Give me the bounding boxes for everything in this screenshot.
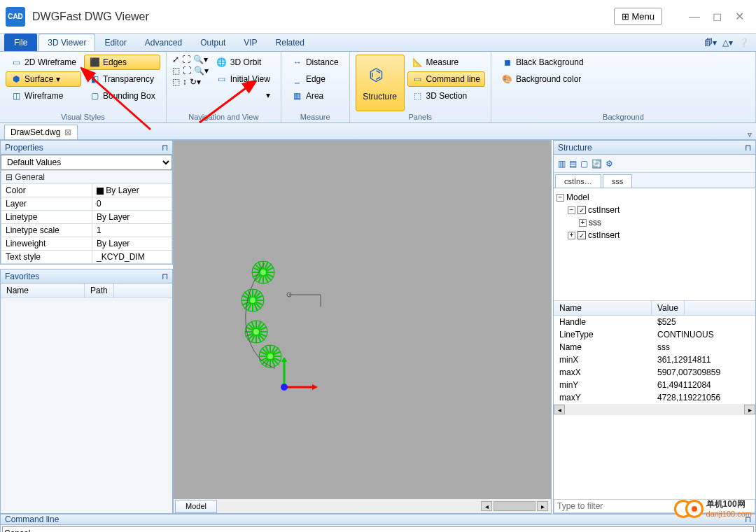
property-row[interactable]: LineweightBy Layer bbox=[1, 237, 172, 251]
document-tab[interactable]: DrawSet.dwg ⊠ bbox=[4, 125, 78, 139]
commandline-title: Command line bbox=[5, 514, 59, 524]
property-row[interactable]: Linetype scale1 bbox=[1, 224, 172, 237]
nav-icon-1[interactable]: ⤢ bbox=[172, 55, 179, 64]
tab-advanced[interactable]: Advanced bbox=[136, 34, 191, 51]
table-row[interactable]: minX361,12914811 bbox=[554, 354, 755, 366]
tab-vip[interactable]: VIP bbox=[234, 34, 266, 51]
tab-editor[interactable]: Editor bbox=[95, 34, 135, 51]
table-row[interactable]: Namesss bbox=[554, 341, 755, 354]
nav-icon-2[interactable]: ⛶ bbox=[182, 55, 190, 64]
view-dropdown-button[interactable]: ▾ bbox=[211, 88, 275, 102]
edge-button[interactable]: ⎯Edge bbox=[287, 71, 344, 87]
structure-tree[interactable]: − Model − ✓ cstInsert + sss + ✓ cstInser… bbox=[554, 188, 755, 300]
table-row[interactable]: maxY4728,119221056 bbox=[554, 391, 755, 404]
property-group[interactable]: ⊟ General bbox=[1, 171, 172, 184]
property-row[interactable]: Color By Layer bbox=[1, 184, 172, 197]
expand-icon[interactable]: − bbox=[556, 194, 564, 202]
col-name[interactable]: Name bbox=[554, 301, 652, 315]
layout2-icon[interactable]: ▤ bbox=[569, 159, 577, 169]
scroll-left-button[interactable]: ◂ bbox=[554, 405, 565, 414]
viewport[interactable]: Model ◂ ▸ bbox=[173, 140, 552, 514]
nav-icon-5[interactable]: ⬚ bbox=[172, 77, 180, 87]
measure-panel-button[interactable]: 📐Measure bbox=[407, 55, 485, 70]
commandline-history[interactable]: Cancel Replacement of the [Geniso.SHX] f… bbox=[2, 526, 754, 532]
close-button[interactable]: ✕ bbox=[728, 6, 750, 28]
pin-icon[interactable]: ⊓ bbox=[745, 143, 751, 153]
copy-icon[interactable]: 🗐▾ bbox=[704, 38, 717, 48]
table-row[interactable]: minY61,494112084 bbox=[554, 379, 755, 391]
minimize-button[interactable]: — bbox=[683, 6, 706, 28]
black-bg-button[interactable]: ◼Black Background bbox=[497, 55, 589, 70]
scroll-right-button[interactable]: ▸ bbox=[537, 501, 548, 511]
app-icon: CAD bbox=[6, 7, 25, 27]
tab-output[interactable]: Output bbox=[191, 34, 234, 51]
tab-related[interactable]: Related bbox=[267, 34, 314, 51]
commandline-panel-button[interactable]: ▭Command line bbox=[407, 71, 485, 87]
distance-button[interactable]: ↔Distance bbox=[287, 55, 344, 70]
surface-button[interactable]: ⬢Surface ▾ bbox=[6, 71, 81, 87]
gear-icon[interactable]: ⚙ bbox=[606, 159, 613, 169]
measure-panel-icon: 📐 bbox=[412, 57, 424, 68]
table-row[interactable]: LineTypeCONTINUOUS bbox=[554, 328, 755, 341]
tabs-expand-icon[interactable]: ▿ bbox=[748, 130, 752, 139]
bounding-box-button[interactable]: ▢Bounding Box bbox=[84, 88, 160, 104]
favorites-col-name[interactable]: Name bbox=[1, 284, 85, 298]
structure-tab-2[interactable]: sss bbox=[603, 174, 633, 188]
document-tab-close[interactable]: ⊠ bbox=[64, 127, 71, 137]
col-value[interactable]: Value bbox=[652, 301, 685, 315]
dropdown-icon[interactable]: △▾ bbox=[722, 38, 733, 48]
property-row[interactable]: Text style_KCYD_DIM bbox=[1, 251, 172, 264]
nav-icon-7[interactable]: ↻▾ bbox=[190, 77, 201, 87]
pin-icon[interactable]: ⊓ bbox=[162, 272, 168, 281]
table-row[interactable]: maxX5907,007309859 bbox=[554, 366, 755, 379]
checkbox[interactable]: ✓ bbox=[578, 231, 586, 239]
section-icon: ⬚ bbox=[412, 90, 424, 102]
scroll-right-button[interactable]: ▸ bbox=[744, 405, 755, 414]
2d-wireframe-button[interactable]: ▭2D Wireframe bbox=[6, 55, 81, 70]
bbox-icon: ▢ bbox=[89, 90, 100, 102]
transparency-icon: ◧ bbox=[89, 74, 100, 85]
bg-color-button[interactable]: 🎨Background color bbox=[497, 71, 589, 87]
area-button[interactable]: ▦Area bbox=[287, 88, 344, 104]
hscrollbar[interactable] bbox=[493, 501, 536, 511]
layout3-icon[interactable]: ▢ bbox=[580, 159, 588, 169]
maximize-button[interactable]: ◻ bbox=[706, 6, 728, 28]
app-title: DWGFast DWG Viewer bbox=[32, 10, 614, 23]
structure-panel-button[interactable]: ⌬ Structure bbox=[356, 55, 405, 111]
structure-panel: Structure⊓ ▥ ▤ ▢ 🔄 ⚙ cstIns… sss − Model… bbox=[553, 140, 756, 514]
transparency-button[interactable]: ◧Transparency bbox=[84, 71, 160, 87]
3d-orbit-button[interactable]: 🌐3D Orbit bbox=[211, 55, 275, 70]
table-row[interactable]: Handle$525 bbox=[554, 316, 755, 328]
pin-icon[interactable]: ⊓ bbox=[745, 514, 751, 524]
favorites-col-path[interactable]: Path bbox=[85, 284, 114, 298]
initial-view-button[interactable]: ▭Initial View bbox=[211, 71, 275, 87]
help-icon[interactable]: ❔ bbox=[738, 38, 749, 48]
layout1-icon[interactable]: ▥ bbox=[558, 159, 566, 169]
pin-icon[interactable]: ⊓ bbox=[162, 143, 168, 153]
nav-icon-4[interactable]: ⛶ bbox=[183, 66, 191, 76]
scroll-left-button[interactable]: ◂ bbox=[481, 501, 492, 511]
edges-button[interactable]: ⬛Edges bbox=[84, 55, 160, 70]
refresh-icon[interactable]: 🔄 bbox=[592, 159, 602, 169]
nav-icon-3[interactable]: ⬚ bbox=[172, 66, 180, 76]
3d-section-button[interactable]: ⬚3D Section bbox=[407, 88, 485, 104]
wireframe-button[interactable]: ◫Wireframe bbox=[6, 88, 81, 104]
property-row[interactable]: LinetypeBy Layer bbox=[1, 211, 172, 224]
expand-icon[interactable]: − bbox=[568, 206, 575, 214]
model-space-tab[interactable]: Model bbox=[175, 500, 217, 513]
expand-icon[interactable]: + bbox=[579, 219, 587, 227]
menu-button[interactable]: ⊞ Menu bbox=[614, 8, 662, 25]
tab-3d-viewer[interactable]: 3D Viewer bbox=[38, 34, 95, 51]
surface-icon: ⬢ bbox=[10, 74, 22, 85]
structure-filter-input[interactable] bbox=[554, 499, 755, 513]
checkbox[interactable]: ✓ bbox=[578, 206, 586, 214]
nav-icon-6[interactable]: ↕ bbox=[183, 77, 187, 87]
edge-icon: ⎯ bbox=[292, 74, 303, 85]
properties-scope-select[interactable]: Default Values bbox=[1, 155, 172, 170]
file-menu[interactable]: File bbox=[4, 34, 37, 51]
zoom-in-icon[interactable]: 🔍▾ bbox=[193, 55, 208, 64]
structure-tab-1[interactable]: cstIns… bbox=[555, 174, 601, 188]
zoom-out-icon[interactable]: 🔍▾ bbox=[194, 66, 209, 76]
property-row[interactable]: Layer0 bbox=[1, 197, 172, 211]
expand-icon[interactable]: + bbox=[568, 232, 575, 239]
